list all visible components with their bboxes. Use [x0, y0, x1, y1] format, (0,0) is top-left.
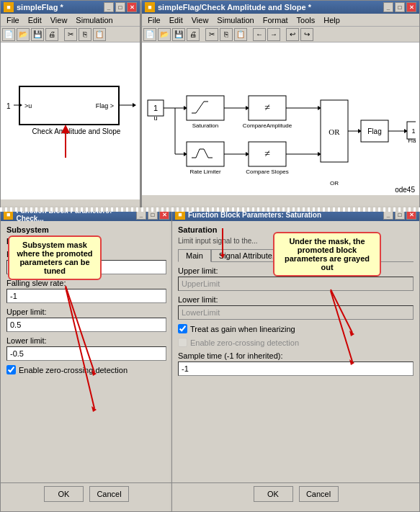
svg-rect-14 — [187, 96, 224, 120]
svg-text:Compare Slopes: Compare Slopes — [246, 169, 289, 175]
tb-copy-check[interactable]: ⎘ — [220, 28, 233, 41]
maximize-btn-check[interactable]: □ — [395, 2, 405, 12]
callout-left-text: Subsystem mask where the promoted parame… — [17, 241, 92, 275]
ok-btn-left[interactable]: OK — [44, 486, 84, 502]
titlebar-check: ■ simpleFlag/Check Amplitude and Slope *… — [142, 1, 419, 14]
window-icon-check: ■ — [145, 2, 155, 12]
menu-edit-check[interactable]: Edit — [165, 15, 187, 25]
tb-forward-check[interactable]: → — [267, 28, 280, 41]
tb-undo-check[interactable]: ↩ — [286, 28, 299, 41]
tab-main[interactable]: Main — [178, 249, 211, 262]
tb-print-check[interactable]: 🖨 — [187, 28, 200, 41]
input-lower-limit-left[interactable] — [6, 346, 166, 361]
toolbar-check: 📄 📂 💾 🖨 ✂ ⎘ 📋 ← → ↩ ↪ — [142, 27, 419, 42]
svg-rect-26 — [187, 142, 224, 166]
svg-text:1: 1 — [153, 104, 158, 112]
svg-text:≠: ≠ — [264, 102, 270, 113]
callout-left: Subsystem mask where the promoted parame… — [8, 235, 102, 280]
input-label: 1 — [6, 102, 11, 110]
toolbar-simpleflag: 📄 📂 💾 🖨 ✂ ⎘ 📋 — [1, 27, 140, 42]
menu-format-check[interactable]: Format — [259, 15, 292, 25]
menubar-simpleflag: File Edit View Simulation — [1, 14, 140, 27]
checkbox-label-zero-crossing-sat: Enable zero-crossing detection — [190, 338, 299, 347]
checkbox-label-treat-gain: Treat as gain when linearizing — [190, 325, 295, 333]
tb-new-check[interactable]: 📄 — [143, 28, 156, 41]
minimize-btn-check[interactable]: _ — [383, 2, 393, 12]
window-saturation: ■ Function Block Parameters: Saturation … — [171, 207, 420, 512]
close-btn-check[interactable]: ✕ — [406, 2, 416, 12]
menu-view-simpleflag[interactable]: View — [46, 15, 72, 25]
titlebar-simpleflag: ■ simpleFlag * _ □ ✕ — [1, 1, 140, 14]
menu-help-check[interactable]: Help — [319, 15, 344, 25]
port-flag: Flag > — [96, 102, 114, 109]
menubar-check: File Edit View Simulation Format Tools H… — [142, 14, 419, 27]
input-upper-limit-sat — [178, 277, 414, 291]
callout-right: Under the mask, the promoted block param… — [273, 232, 381, 277]
section-subsystem: Subsystem — [6, 225, 166, 234]
checkbox-zero-crossing-left: Enable zero-crossing detection — [6, 365, 166, 374]
title-saturation: Function Block Parameters: Saturation — [188, 211, 321, 219]
svg-marker-3 — [133, 103, 136, 107]
minimize-btn-simpleflag[interactable]: _ — [104, 2, 114, 12]
block-label-check: Check Amplitude and Slope — [26, 127, 127, 135]
menu-file-check[interactable]: File — [143, 15, 165, 25]
svg-text:1: 1 — [411, 127, 415, 135]
label-lower-limit-sat: Lower limit: — [178, 295, 414, 304]
menu-view-check[interactable]: View — [187, 15, 213, 25]
cancel-btn-sat[interactable]: Cancel — [299, 486, 339, 502]
tb-save-check[interactable]: 💾 — [172, 28, 185, 41]
svg-text:CompareAmplitude: CompareAmplitude — [243, 122, 292, 129]
window-icon-simpleflag: ■ — [4, 2, 14, 12]
input-upper-limit-left[interactable] — [6, 318, 166, 332]
tb-redo-check[interactable]: ↪ — [300, 28, 313, 41]
input-falling-slew[interactable] — [6, 289, 166, 303]
checkbox-input-zero-crossing-sat — [178, 338, 187, 347]
tb-open-simpleflag[interactable]: 📂 — [17, 28, 30, 41]
title-simpleflag: simpleFlag * — [17, 3, 63, 12]
ode-status: ode45 — [395, 186, 415, 194]
torn-edge-horizontal — [0, 207, 420, 212]
port-u: >u — [24, 102, 32, 109]
label-sample-time: Sample time (-1 for inherited): — [178, 351, 414, 360]
checkbox-treat-gain: Treat as gain when linearizing — [178, 324, 414, 333]
maximize-btn-simpleflag[interactable]: □ — [115, 2, 125, 12]
label-upper-limit-left: Upper limit: — [6, 307, 166, 316]
svg-text:Flag: Flag — [367, 127, 381, 135]
title-check: simpleFlag/Check Amplitude and Slope * — [158, 3, 311, 12]
menu-simulation-simpleflag[interactable]: Simulation — [71, 15, 117, 25]
svg-text:OR: OR — [330, 180, 339, 187]
tb-new-simpleflag[interactable]: 📄 — [2, 28, 15, 41]
window-function-left: ■ Function Block Parameters: Check... _ … — [0, 207, 173, 512]
menu-edit-simpleflag[interactable]: Edit — [24, 15, 46, 25]
svg-text:OR: OR — [329, 127, 340, 136]
tb-back-check[interactable]: ← — [253, 28, 266, 41]
label-lower-limit-left: Lower limit: — [6, 336, 166, 345]
ok-btn-sat[interactable]: OK — [254, 486, 293, 502]
checkbox-input-zero-crossing-left[interactable] — [6, 365, 16, 374]
close-btn-simpleflag[interactable]: ✕ — [127, 2, 137, 12]
svg-text:≠: ≠ — [264, 148, 270, 159]
dialog-footer-left: OK Cancel — [1, 482, 172, 504]
menu-tools-check[interactable]: Tools — [292, 15, 320, 25]
subsystem-block: >u Flag > — [19, 86, 120, 125]
tb-open-check[interactable]: 📂 — [158, 28, 171, 41]
menu-simulation-check[interactable]: Simulation — [213, 15, 258, 25]
tb-cut-simpleflag[interactable]: ✂ — [64, 28, 77, 41]
checkbox-input-treat-gain[interactable] — [178, 324, 187, 333]
callout-right-text: Under the mask, the promoted block param… — [285, 237, 370, 271]
cancel-btn-left[interactable]: Cancel — [89, 486, 129, 502]
tb-cut-check[interactable]: ✂ — [205, 28, 218, 41]
input-sample-time[interactable] — [178, 361, 414, 376]
diagram-svg: 1 u Saturation ≠ CompareAmplitude — [142, 42, 416, 195]
svg-text:Saturation: Saturation — [192, 122, 218, 129]
tb-paste-check[interactable]: 📋 — [234, 28, 247, 41]
window-check: ■ simpleFlag/Check Amplitude and Slope *… — [141, 0, 420, 209]
svg-text:Flag: Flag — [408, 138, 416, 144]
tb-save-simpleflag[interactable]: 💾 — [31, 28, 44, 41]
tb-copy-simpleflag[interactable]: ⎘ — [79, 28, 91, 41]
svg-text:u: u — [153, 114, 157, 122]
tb-paste-simpleflag[interactable]: 📋 — [93, 28, 106, 41]
menu-file-simpleflag[interactable]: File — [2, 15, 24, 25]
tb-print-simpleflag[interactable]: 🖨 — [45, 28, 58, 41]
window-simpleflag: ■ simpleFlag * _ □ ✕ File Edit View Simu… — [0, 0, 140, 209]
